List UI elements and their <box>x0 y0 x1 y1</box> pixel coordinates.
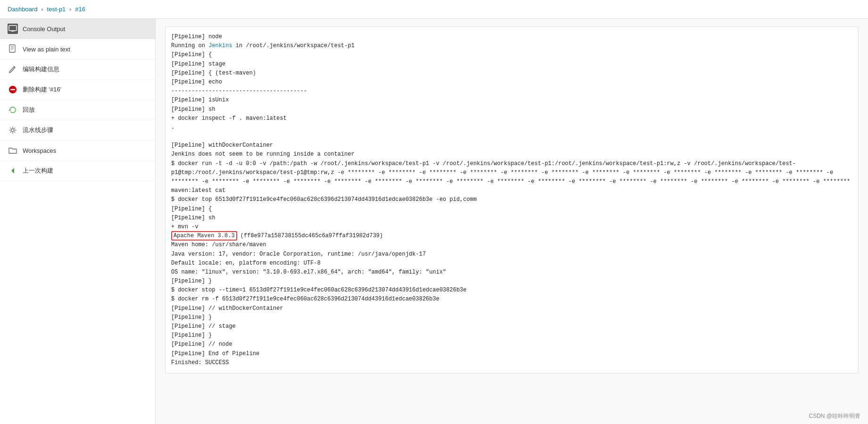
replay-icon <box>8 105 18 115</box>
breadcrumb-test-p1[interactable]: test-p1 <box>47 6 66 13</box>
svg-rect-3 <box>9 45 15 52</box>
sidebar-item-pipeline-steps[interactable]: 流水线步骤 <box>0 120 155 141</box>
sidebar-item-view-plain-text[interactable]: View as plain text <box>0 39 155 59</box>
edit-icon <box>8 64 18 75</box>
svg-rect-0 <box>9 25 17 31</box>
arrow-left-icon <box>8 166 18 176</box>
sidebar-label-delete-build: 删除构建 '#16' <box>23 85 61 94</box>
content-area: [Pipeline] node Running on Jenkins in /r… <box>156 19 868 424</box>
sidebar-label-edit-build-info: 编辑构建信息 <box>23 65 59 74</box>
svg-marker-10 <box>11 168 14 174</box>
sidebar-item-previous-build[interactable]: 上一次构建 <box>0 161 155 181</box>
doc-icon <box>8 44 18 54</box>
breadcrumb-dashboard[interactable]: Dashboard <box>8 6 38 13</box>
sidebar-label-pipeline-steps: 流水线步骤 <box>23 126 53 134</box>
sidebar-label-view-plain-text: View as plain text <box>23 46 70 53</box>
breadcrumb-sep-2: › <box>69 6 71 13</box>
sidebar-label-console-output: Console Output <box>23 25 65 33</box>
monitor-icon <box>8 24 18 34</box>
sidebar-item-workspaces[interactable]: Workspaces <box>0 141 155 161</box>
sidebar-item-edit-build-info[interactable]: 编辑构建信息 <box>0 59 155 80</box>
delete-icon <box>8 84 18 95</box>
gear-icon <box>8 125 18 135</box>
breadcrumb-sep-1: › <box>41 6 43 13</box>
sidebar-item-delete-build[interactable]: 删除构建 '#16' <box>0 80 155 100</box>
folder-icon <box>8 145 18 156</box>
sidebar-item-replay[interactable]: 回放 <box>0 100 155 120</box>
sidebar-label-previous-build: 上一次构建 <box>23 166 53 175</box>
console-output-content: [Pipeline] node Running on Jenkins in /r… <box>165 26 859 374</box>
sidebar-label-replay: 回放 <box>23 106 35 114</box>
watermark: CSDN @哇咔咔明青 <box>809 412 860 420</box>
svg-point-9 <box>11 129 14 132</box>
main-layout: Console Output View as plain text 编辑 <box>0 19 868 424</box>
breadcrumb-build-number[interactable]: #16 <box>75 6 85 13</box>
sidebar: Console Output View as plain text 编辑 <box>0 19 156 424</box>
sidebar-item-console-output[interactable]: Console Output <box>0 19 155 39</box>
breadcrumb-bar: Dashboard › test-p1 › #16 <box>0 0 868 19</box>
sidebar-label-workspaces: Workspaces <box>23 147 56 154</box>
